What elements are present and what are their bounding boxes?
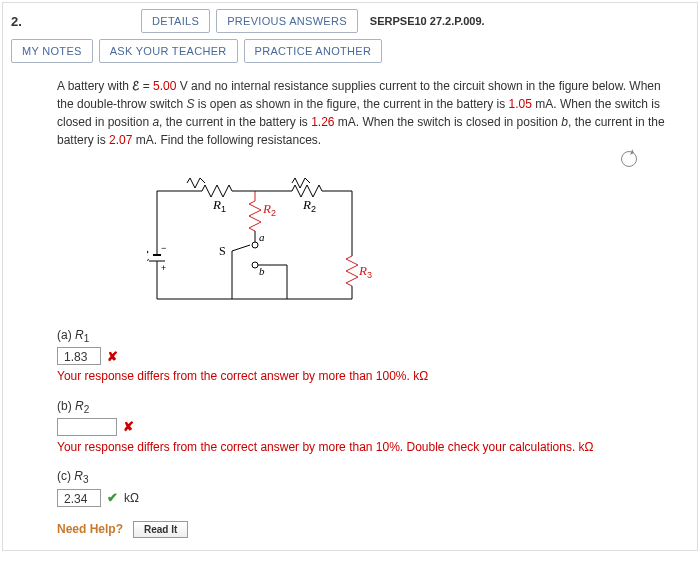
current-open: 1.05 — [509, 97, 532, 111]
question-container: 2. DETAILS PREVIOUS ANSWERS SERPSE10 27.… — [2, 2, 698, 551]
part-b: (b) R2 ✘ Your response differs from the … — [57, 399, 667, 456]
svg-text:R: R — [262, 201, 271, 216]
current-a: 1.26 — [311, 115, 334, 129]
header-row-1: 2. DETAILS PREVIOUS ANSWERS SERPSE10 27.… — [3, 3, 697, 39]
part-b-answer-input[interactable] — [57, 418, 117, 436]
svg-text:S: S — [219, 244, 226, 258]
problem-statement: A battery with ℰ = 5.00 V and no interna… — [57, 77, 667, 149]
answer-parts: (a) R1 1.83 ✘ Your response differs from… — [57, 328, 667, 507]
part-b-feedback: Your response differs from the correct a… — [57, 439, 667, 455]
svg-point-14 — [252, 242, 258, 248]
svg-text:R: R — [302, 197, 311, 212]
part-c-label: (c) R3 — [57, 469, 667, 485]
need-help: Need Help? Read It — [57, 521, 667, 538]
part-a: (a) R1 1.83 ✘ Your response differs from… — [57, 328, 667, 385]
current-b: 2.07 — [109, 133, 132, 147]
details-button[interactable]: DETAILS — [141, 9, 210, 33]
ask-teacher-button[interactable]: ASK YOUR TEACHER — [99, 39, 238, 63]
part-a-feedback: Your response differs from the correct a… — [57, 368, 667, 384]
circuit-figure: R1 R2 R2 R3 S a b ℰ − + — [147, 171, 667, 314]
part-a-answer-input[interactable]: 1.83 — [57, 347, 101, 365]
incorrect-icon: ✘ — [107, 349, 118, 364]
my-notes-button[interactable]: MY NOTES — [11, 39, 93, 63]
svg-point-16 — [252, 262, 258, 268]
svg-text:R: R — [212, 197, 221, 212]
svg-line-13 — [232, 245, 250, 251]
svg-text:1: 1 — [221, 204, 226, 214]
reset-figure-icon[interactable] — [621, 151, 637, 167]
circuit-svg: R1 R2 R2 R3 S a b ℰ − + — [147, 171, 377, 311]
part-c-unit: kΩ — [124, 491, 139, 505]
part-a-label: (a) R1 — [57, 328, 667, 344]
need-help-label: Need Help? — [57, 522, 123, 536]
svg-text:b: b — [259, 265, 265, 277]
header-row-2: MY NOTES ASK YOUR TEACHER PRACTICE ANOTH… — [3, 39, 697, 69]
emf-value: 5.00 — [153, 79, 176, 93]
svg-text:−: − — [161, 243, 166, 253]
question-number: 2. — [11, 14, 37, 29]
svg-text:a: a — [259, 231, 265, 243]
incorrect-icon: ✘ — [123, 419, 134, 434]
svg-text:3: 3 — [367, 270, 372, 280]
svg-text:2: 2 — [311, 204, 316, 214]
svg-text:+: + — [161, 263, 166, 273]
svg-text:R: R — [358, 263, 367, 278]
previous-answers-button[interactable]: PREVIOUS ANSWERS — [216, 9, 358, 33]
correct-icon: ✔ — [107, 490, 118, 505]
practice-another-button[interactable]: PRACTICE ANOTHER — [244, 39, 383, 63]
read-it-button[interactable]: Read It — [133, 521, 188, 538]
source-reference: SERPSE10 27.2.P.009. — [364, 15, 485, 27]
svg-text:2: 2 — [271, 208, 276, 218]
question-content: A battery with ℰ = 5.00 V and no interna… — [3, 69, 697, 550]
svg-text:ℰ: ℰ — [147, 249, 149, 264]
part-c-answer-input[interactable]: 2.34 — [57, 489, 101, 507]
part-c: (c) R3 2.34 ✔ kΩ — [57, 469, 667, 506]
part-b-label: (b) R2 — [57, 399, 667, 415]
